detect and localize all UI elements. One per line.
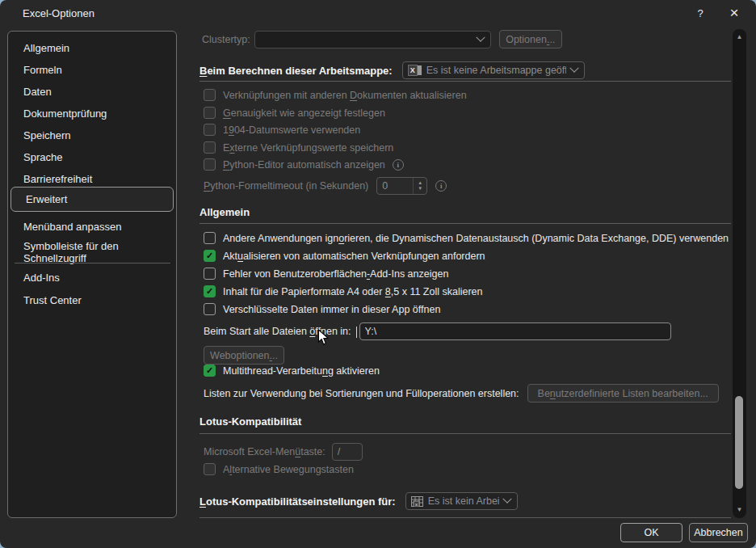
sidebar-item-allgemein[interactable]: Allgemein bbox=[9, 37, 174, 59]
separator bbox=[200, 223, 731, 224]
sidebar-item-label: Symbolleiste für den Schnellzugriff bbox=[23, 240, 174, 264]
excel-workbook-icon: X bbox=[408, 65, 422, 76]
weboptionen-button: Weboptionen... bbox=[204, 346, 284, 365]
checkbox-row-1904: ✓ 1904-Datumswerte verwenden bbox=[204, 124, 360, 136]
sidebar-item-label: Barrierefreiheit bbox=[23, 173, 92, 185]
separator bbox=[200, 433, 731, 434]
checkbox-show-addin-errors[interactable]: ✓ bbox=[204, 268, 216, 280]
sidebar-item-menueband-anpassen[interactable]: Menüband anpassen bbox=[9, 216, 174, 238]
scrollbar-thumb[interactable] bbox=[735, 396, 743, 489]
section-title-lotus: Lotus-Kompatibilität bbox=[200, 415, 301, 428]
python-timeout-input bbox=[377, 178, 413, 194]
startup-path-label: Beim Start alle Dateien öffnen in: bbox=[204, 326, 351, 337]
dialog-title: Excel-Optionen bbox=[23, 7, 94, 19]
sidebar-item-sprache[interactable]: Sprache bbox=[9, 146, 174, 168]
info-icon: i bbox=[393, 159, 404, 171]
sidebar-item-speichern[interactable]: Speichern bbox=[9, 124, 174, 146]
clustertyp-dropdown bbox=[254, 31, 491, 48]
close-icon: × bbox=[729, 4, 738, 22]
separator bbox=[200, 81, 731, 82]
startup-path-input[interactable] bbox=[359, 322, 671, 340]
check-icon: ✓ bbox=[206, 251, 213, 261]
checkbox-label: Verknüpfungen mit anderen Dokumenten akt… bbox=[223, 90, 467, 101]
custom-lists-row: Listen zur Verwendung bei Sortierungen u… bbox=[204, 384, 719, 403]
scroll-down-icon[interactable]: ▼ bbox=[733, 506, 746, 513]
checkbox-label: 1904-Datumswerte verwenden bbox=[223, 124, 360, 136]
sidebar-item-dokumentpruefung[interactable]: Dokumentprüfung bbox=[9, 103, 174, 124]
close-button[interactable]: × bbox=[720, 2, 748, 24]
sidebar-item-trust-center[interactable]: Trust Center bbox=[9, 289, 174, 311]
check-icon: ✓ bbox=[206, 286, 213, 297]
sidebar-item-daten[interactable]: Daten bbox=[9, 81, 174, 103]
sidebar-item-label: Formeln bbox=[23, 64, 62, 76]
checkbox-label: Aktualisieren von automatischen Verknüpf… bbox=[223, 251, 485, 262]
optionen-button-label: Optionen... bbox=[506, 34, 555, 45]
spin-down-icon: ▼ bbox=[414, 186, 426, 192]
custom-lists-label: Listen zur Verwendung bei Sortierungen u… bbox=[204, 388, 519, 399]
checkbox-row-multithread: ✓ Multithread-Verarbeitung aktivieren bbox=[204, 365, 380, 377]
weboptionen-button-label: Weboptionen... bbox=[210, 350, 278, 361]
checkbox-1904-dates: ✓ bbox=[204, 124, 216, 136]
clustertyp-row: Clustertyp: Optionen... bbox=[202, 30, 562, 48]
sidebar-item-symbolleiste[interactable]: Symbolleiste für den Schnellzugriff bbox=[9, 241, 174, 263]
checkbox-ignore-dde[interactable]: ✓ bbox=[204, 232, 216, 244]
cancel-button-label: Abbrechen bbox=[694, 527, 742, 538]
sidebar-item-label: Menüband anpassen bbox=[23, 221, 121, 233]
info-icon: i bbox=[435, 180, 447, 192]
checkbox-row-auto-links: ✓ Aktualisieren von automatischen Verknü… bbox=[204, 250, 485, 262]
python-timeout-stepper: ▲ ▼ bbox=[376, 177, 427, 195]
sidebar-item-erweitert[interactable]: Erweitert bbox=[10, 187, 174, 212]
sidebar-item-add-ins[interactable]: Add-Ins bbox=[9, 267, 174, 289]
svg-text:x: x bbox=[415, 501, 418, 506]
startup-path-row: Beim Start alle Dateien öffnen in: bbox=[204, 322, 671, 340]
checkbox-row-alt-keys: ✓ Alternative Bewegungstasten bbox=[204, 463, 354, 475]
sidebar-item-label: Sprache bbox=[23, 151, 62, 163]
chevron-down-icon bbox=[476, 32, 485, 41]
chevron-down-icon bbox=[502, 495, 511, 504]
sidebar: Allgemein Formeln Daten Dokumentprüfung … bbox=[7, 31, 177, 518]
checkbox-alt-movement-keys: ✓ bbox=[204, 463, 216, 475]
ok-button[interactable]: OK bbox=[620, 523, 682, 542]
edit-custom-lists-button-label: Benutzerdefinierte Listen bearbeiten... bbox=[538, 388, 708, 399]
help-button[interactable]: ? bbox=[687, 2, 714, 24]
lotus-settings-value: Es ist kein Arbeitsblatt geöffnet. bbox=[428, 495, 499, 507]
checkbox-label: Inhalt für die Papierformate A4 oder 8,5… bbox=[223, 286, 482, 297]
sidebar-item-label: Dokumentprüfung bbox=[23, 107, 107, 120]
checkbox-label: Alternative Bewegungstasten bbox=[223, 464, 354, 475]
sidebar-item-label: Trust Center bbox=[23, 294, 82, 306]
menu-key-input bbox=[332, 443, 363, 461]
checkbox-open-encrypted[interactable]: ✓ bbox=[204, 303, 216, 315]
cancel-button[interactable]: Abbrechen bbox=[689, 523, 748, 542]
excel-options-dialog: Excel-Optionen ? × Allgemein Formeln Dat… bbox=[0, 0, 756, 548]
lotus-settings-row: Lotus-Kompatibilitätseinstellungen für: … bbox=[200, 492, 518, 510]
chevron-down-icon bbox=[569, 64, 578, 73]
checkbox-ask-update-links[interactable]: ✓ bbox=[204, 250, 216, 262]
checkbox-save-external-links: ✓ bbox=[204, 141, 216, 154]
menu-key-row: Microsoft Excel-Menütaste: bbox=[204, 443, 363, 461]
checkbox-row-genauigkeit: ✓ Genauigkeit wie angezeigt festlegen bbox=[204, 107, 385, 119]
python-timeout-label: Python-Formeltimeout (in Sekunden) bbox=[204, 180, 368, 192]
worksheet-icon: x bbox=[411, 496, 423, 507]
checkbox-row-paper-size: ✓ Inhalt für die Papierformate A4 oder 8… bbox=[204, 285, 482, 297]
python-timeout-row: Python-Formeltimeout (in Sekunden) ▲ ▼ i bbox=[204, 177, 447, 195]
checkbox-multithread[interactable]: ✓ bbox=[204, 365, 216, 377]
checkbox-label: Fehler von Benutzeroberflächen-Add-Ins a… bbox=[223, 268, 448, 280]
checkbox-row-dde: ✓ Andere Anwendungen ignorieren, die Dyn… bbox=[204, 232, 729, 244]
checkbox-row-addin-errors: ✓ Fehler von Benutzeroberflächen-Add-Ins… bbox=[204, 268, 448, 280]
checkbox-label: Verschlüsselte Daten immer in dieser App… bbox=[223, 304, 440, 315]
check-icon: ✓ bbox=[206, 365, 213, 376]
checkbox-python-editor: ✓ bbox=[204, 158, 216, 171]
separator bbox=[200, 517, 731, 518]
optionen-button: Optionen... bbox=[499, 30, 562, 48]
ok-button-label: OK bbox=[644, 527, 658, 538]
vertical-scrollbar[interactable]: ▲ ▼ bbox=[733, 29, 746, 518]
sidebar-item-formeln[interactable]: Formeln bbox=[9, 59, 174, 81]
help-icon: ? bbox=[697, 7, 703, 19]
mouse-cursor bbox=[317, 329, 329, 346]
checkbox-scale-paper-size[interactable]: ✓ bbox=[204, 285, 216, 297]
clustertyp-label: Clustertyp: bbox=[202, 34, 250, 45]
scroll-up-icon[interactable]: ▲ bbox=[733, 33, 746, 40]
checkbox-row-encrypted: ✓ Verschlüsselte Daten immer in dieser A… bbox=[204, 303, 440, 315]
sidebar-divider bbox=[15, 263, 170, 263]
checkbox-label: Multithread-Verarbeitung aktivieren bbox=[223, 365, 380, 377]
